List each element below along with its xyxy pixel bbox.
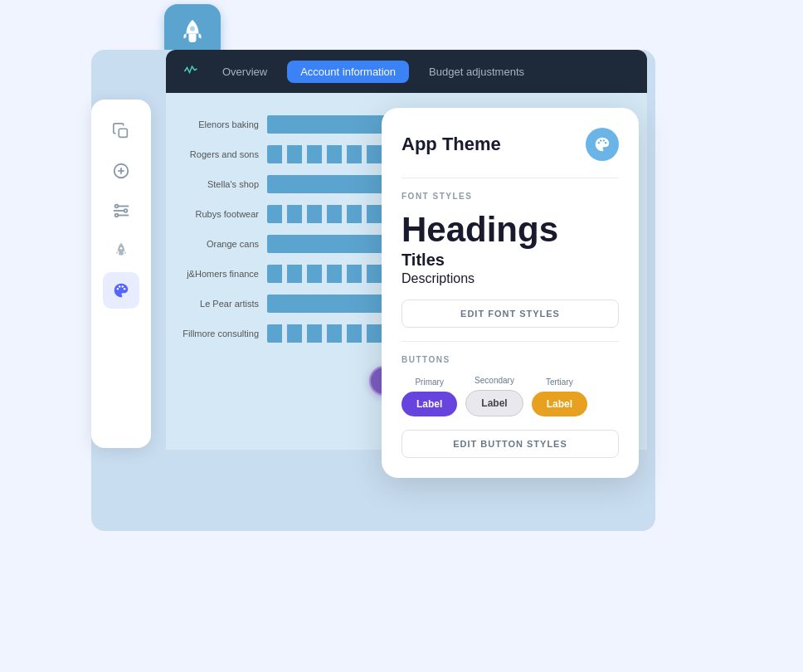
- rocket-logo-icon: [178, 17, 207, 47]
- theme-panel-title: App Theme: [402, 134, 501, 155]
- buttons-section: BUTTONS Primary Label Secondary Label Te…: [402, 355, 619, 458]
- tertiary-button-preview[interactable]: Label: [532, 392, 587, 416]
- sidebar-item-filter[interactable]: [103, 192, 139, 229]
- svg-point-0: [190, 27, 195, 32]
- nav-logo-icon: [179, 60, 202, 83]
- font-desc-demo: Descriptions: [402, 271, 619, 286]
- sidebar-item-add[interactable]: [103, 153, 139, 189]
- svg-point-19: [603, 139, 605, 141]
- svg-point-20: [605, 142, 606, 144]
- svg-point-13: [117, 288, 119, 290]
- svg-point-6: [124, 209, 128, 212]
- chart-label: Orange cans: [176, 239, 267, 249]
- secondary-button-preview[interactable]: Label: [465, 390, 523, 416]
- svg-point-16: [124, 288, 125, 290]
- svg-point-12: [120, 247, 123, 250]
- chart-label: j&Homers finance: [176, 269, 267, 279]
- chart-label: Fillmore consulting: [176, 329, 267, 338]
- chart-label: Rubys footwear: [176, 209, 267, 219]
- button-previews: Primary Label Secondary Label Tertiary L…: [402, 376, 619, 416]
- primary-button-preview[interactable]: Label: [402, 392, 457, 416]
- palette-svg-icon: [593, 135, 611, 153]
- theme-palette-icon: [586, 128, 619, 161]
- sidebar: [91, 100, 151, 448]
- primary-button-group: Primary Label: [402, 377, 457, 416]
- svg-rect-1: [119, 129, 127, 137]
- sidebar-item-palette[interactable]: [103, 272, 139, 309]
- primary-label: Primary: [415, 377, 443, 387]
- svg-point-14: [119, 285, 120, 287]
- divider-1: [402, 178, 619, 178]
- divider-2: [402, 341, 619, 342]
- secondary-label: Secondary: [474, 376, 514, 385]
- tertiary-button-group: Tertiary Label: [532, 377, 587, 416]
- tab-account-information[interactable]: Account information: [287, 61, 409, 83]
- secondary-button-group: Secondary Label: [465, 376, 523, 416]
- chart-label: Le Pear artists: [176, 299, 267, 309]
- theme-panel: App Theme FONT STYLES Headings Titles De…: [382, 108, 639, 478]
- chart-label: Rogers and sons: [176, 149, 267, 159]
- font-demo: Headings Titles Descriptions: [402, 212, 619, 286]
- svg-rect-11: [119, 251, 124, 256]
- svg-point-17: [598, 142, 600, 144]
- edit-font-styles-button[interactable]: EDIT FONT STYLES: [402, 299, 619, 328]
- svg-point-15: [122, 285, 124, 287]
- font-styles-section: FONT STYLES Headings Titles Descriptions…: [402, 192, 619, 328]
- svg-point-18: [600, 139, 601, 141]
- font-section-label: FONT STYLES: [402, 192, 619, 201]
- tab-budget-adjustments[interactable]: Budget adjustments: [416, 61, 538, 83]
- top-nav-bar: Overview Account information Budget adju…: [166, 50, 647, 93]
- sidebar-item-copy[interactable]: [103, 113, 139, 149]
- tab-overview[interactable]: Overview: [209, 61, 280, 83]
- svg-point-5: [115, 205, 119, 208]
- theme-panel-header: App Theme: [402, 128, 619, 161]
- svg-point-7: [115, 214, 119, 217]
- chart-label: Stella's shop: [176, 179, 267, 189]
- edit-button-styles-button[interactable]: EDIT BUTTON STYLES: [402, 430, 619, 458]
- buttons-section-label: BUTTONS: [402, 355, 619, 364]
- font-heading-demo: Headings: [402, 212, 619, 247]
- font-title-demo: Titles: [402, 251, 619, 270]
- chart-label: Elenors baking: [176, 119, 267, 129]
- tertiary-label: Tertiary: [546, 377, 573, 387]
- sidebar-item-rocket[interactable]: [103, 232, 139, 269]
